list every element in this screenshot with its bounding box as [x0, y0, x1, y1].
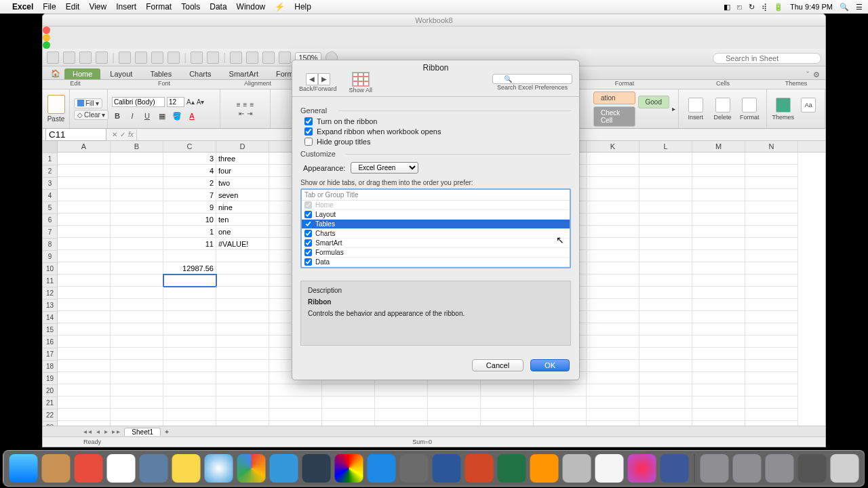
- cell[interactable]: [111, 177, 163, 189]
- cell[interactable]: [745, 323, 798, 336]
- cell[interactable]: 12987.56: [163, 262, 216, 274]
- cell[interactable]: [111, 201, 163, 214]
- delete-button[interactable]: Delete: [710, 98, 736, 121]
- cell[interactable]: [587, 226, 639, 238]
- cell[interactable]: [745, 152, 798, 165]
- ribbon-home-icon[interactable]: 🏠: [47, 68, 64, 79]
- cell[interactable]: [745, 201, 798, 214]
- cell[interactable]: [587, 201, 639, 214]
- row-header[interactable]: 12: [43, 287, 57, 300]
- cell[interactable]: [216, 262, 269, 274]
- turn-on-ribbon-checkbox[interactable]: Turn on the ribbon: [304, 117, 571, 125]
- cell[interactable]: [111, 299, 163, 311]
- battery-icon[interactable]: 🔋: [774, 3, 783, 12]
- dock-safari-icon[interactable]: [205, 454, 233, 483]
- cell[interactable]: [639, 152, 692, 165]
- cell[interactable]: [428, 409, 481, 421]
- cell[interactable]: [639, 336, 692, 348]
- cell[interactable]: [639, 287, 692, 299]
- row-header[interactable]: 9: [43, 251, 57, 263]
- cell[interactable]: [163, 250, 216, 262]
- row-header[interactable]: 7: [43, 226, 57, 239]
- sheet-nav[interactable]: ◂◂ ◂ ▸ ▸▸: [83, 428, 121, 435]
- cell[interactable]: [216, 287, 269, 299]
- cell[interactable]: [322, 421, 375, 426]
- qat-undo-icon[interactable]: [191, 52, 203, 64]
- cell[interactable]: [745, 274, 798, 287]
- tab-layout[interactable]: Layout: [102, 68, 140, 79]
- cell[interactable]: [111, 152, 163, 165]
- cell[interactable]: [216, 274, 269, 287]
- cell[interactable]: [481, 396, 534, 409]
- font-color-button[interactable]: A: [186, 111, 197, 121]
- qat-icon[interactable]: [79, 52, 92, 64]
- row-header[interactable]: 2: [43, 165, 57, 178]
- cell[interactable]: [639, 201, 692, 214]
- ok-button[interactable]: OK: [530, 359, 570, 371]
- cell[interactable]: [216, 360, 269, 372]
- row-header[interactable]: 6: [43, 214, 57, 226]
- cell[interactable]: [587, 189, 639, 201]
- cell[interactable]: [745, 409, 798, 421]
- menu-tools[interactable]: Tools: [181, 2, 200, 12]
- qat-icon[interactable]: [279, 52, 291, 64]
- enter-formula-icon[interactable]: ✓: [120, 131, 125, 138]
- cell[interactable]: [587, 274, 639, 287]
- cell[interactable]: [692, 287, 745, 299]
- dock-word-icon[interactable]: [433, 454, 461, 483]
- sheet1-tab[interactable]: Sheet1: [124, 428, 161, 436]
- menu-window[interactable]: Window: [237, 2, 266, 12]
- cell[interactable]: [587, 372, 639, 384]
- cell[interactable]: [587, 214, 639, 226]
- cell[interactable]: [639, 214, 692, 226]
- name-box[interactable]: [45, 128, 106, 141]
- wifi-icon[interactable]: ⢾: [762, 3, 767, 12]
- cell[interactable]: [639, 409, 692, 421]
- cell[interactable]: [163, 409, 216, 421]
- menu-data[interactable]: Data: [210, 2, 226, 12]
- dock-app-icon[interactable]: [302, 454, 331, 483]
- cell[interactable]: [216, 409, 269, 421]
- tab-charts[interactable]: Charts: [181, 68, 219, 79]
- cell[interactable]: [745, 226, 798, 238]
- cell[interactable]: [58, 323, 111, 336]
- menu-insert[interactable]: Insert: [116, 2, 136, 12]
- cell[interactable]: [692, 214, 745, 226]
- cell[interactable]: [163, 360, 216, 372]
- cell[interactable]: [692, 274, 745, 287]
- align-left-icon[interactable]: ≡: [237, 101, 241, 108]
- cell[interactable]: [58, 299, 111, 311]
- cell[interactable]: 10: [163, 214, 216, 226]
- cell[interactable]: [587, 409, 639, 421]
- grow-font-icon[interactable]: A▴: [186, 98, 195, 106]
- cell[interactable]: [692, 201, 745, 214]
- cell[interactable]: [216, 384, 269, 396]
- cell[interactable]: [111, 238, 163, 250]
- row-header[interactable]: 22: [43, 409, 57, 422]
- cell[interactable]: [639, 250, 692, 262]
- cell[interactable]: [692, 384, 745, 396]
- cell[interactable]: [111, 409, 163, 421]
- cell[interactable]: [375, 421, 428, 426]
- italic-button[interactable]: I: [127, 111, 138, 121]
- cell[interactable]: [216, 299, 269, 311]
- cell[interactable]: [639, 165, 692, 177]
- dock-quicktime-icon[interactable]: [660, 454, 689, 483]
- dock-folder-icon[interactable]: [798, 454, 827, 483]
- cell[interactable]: [692, 323, 745, 336]
- tab-smartart[interactable]: SmartArt: [221, 68, 267, 79]
- cell[interactable]: seven: [216, 189, 269, 201]
- font-name-input[interactable]: [112, 97, 165, 107]
- cell[interactable]: [111, 214, 163, 226]
- col-header[interactable]: B: [111, 141, 163, 152]
- cell[interactable]: [58, 384, 111, 396]
- tab-list-item[interactable]: Data: [302, 258, 570, 267]
- cell[interactable]: [692, 336, 745, 348]
- appearance-select[interactable]: Excel Green: [351, 162, 418, 174]
- row-header[interactable]: 19: [43, 373, 57, 385]
- dock-excel-icon[interactable]: [498, 454, 526, 483]
- style-calculation[interactable]: ation: [593, 92, 635, 104]
- cell[interactable]: [269, 421, 322, 426]
- show-all[interactable]: Show All: [349, 72, 373, 94]
- cell[interactable]: 3: [163, 152, 216, 165]
